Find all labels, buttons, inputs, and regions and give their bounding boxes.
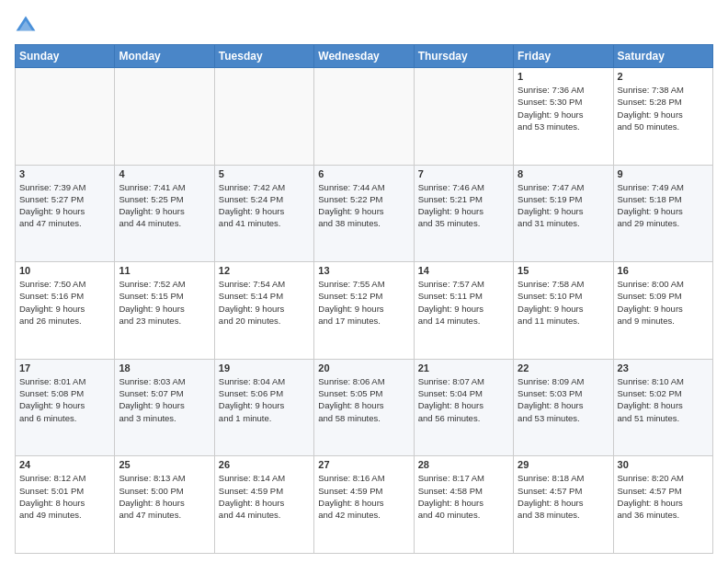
day-number: 29 (518, 459, 609, 470)
weekday-tuesday: Tuesday (214, 45, 313, 68)
day-cell: 2Sunrise: 7:38 AMSunset: 5:28 PMDaylight… (613, 68, 712, 166)
day-cell: 6Sunrise: 7:44 AMSunset: 5:22 PMDaylight… (314, 165, 414, 262)
day-cell: 20Sunrise: 8:06 AMSunset: 5:05 PMDayligh… (314, 359, 414, 456)
day-cell: 15Sunrise: 7:58 AMSunset: 5:10 PMDayligh… (514, 262, 613, 360)
day-number: 8 (518, 168, 609, 179)
week-row-2: 3Sunrise: 7:39 AMSunset: 5:27 PMDaylight… (16, 165, 713, 262)
day-number: 18 (119, 362, 210, 373)
day-cell (115, 68, 214, 166)
day-cell: 30Sunrise: 8:20 AMSunset: 4:57 PMDayligh… (613, 456, 712, 554)
weekday-header-row: SundayMondayTuesdayWednesdayThursdayFrid… (16, 45, 713, 68)
day-info: Sunrise: 8:01 AMSunset: 5:08 PMDaylight:… (19, 375, 110, 424)
day-cell: 16Sunrise: 8:00 AMSunset: 5:09 PMDayligh… (613, 262, 712, 360)
day-info: Sunrise: 8:00 AMSunset: 5:09 PMDaylight:… (618, 278, 709, 327)
day-info: Sunrise: 7:42 AMSunset: 5:24 PMDaylight:… (219, 181, 310, 230)
weekday-thursday: Thursday (414, 45, 513, 68)
day-info: Sunrise: 8:07 AMSunset: 5:04 PMDaylight:… (418, 375, 509, 424)
day-number: 6 (318, 168, 409, 179)
day-info: Sunrise: 8:20 AMSunset: 4:57 PMDaylight:… (618, 472, 709, 521)
logo-icon (15, 15, 37, 37)
day-cell: 1Sunrise: 7:36 AMSunset: 5:30 PMDaylight… (514, 68, 613, 166)
day-cell: 28Sunrise: 8:17 AMSunset: 4:58 PMDayligh… (414, 456, 513, 554)
day-number: 16 (618, 265, 709, 276)
day-info: Sunrise: 7:52 AMSunset: 5:15 PMDaylight:… (119, 278, 210, 327)
day-number: 25 (119, 459, 210, 470)
calendar-table: SundayMondayTuesdayWednesdayThursdayFrid… (15, 44, 713, 554)
day-number: 9 (618, 168, 709, 179)
weekday-sunday: Sunday (16, 45, 115, 68)
day-info: Sunrise: 7:41 AMSunset: 5:25 PMDaylight:… (119, 181, 210, 230)
day-number: 2 (618, 71, 709, 82)
day-number: 11 (119, 265, 210, 276)
day-number: 13 (318, 265, 409, 276)
day-number: 7 (418, 168, 509, 179)
day-cell: 21Sunrise: 8:07 AMSunset: 5:04 PMDayligh… (414, 359, 513, 456)
day-cell (214, 68, 313, 166)
day-cell: 24Sunrise: 8:12 AMSunset: 5:01 PMDayligh… (16, 456, 115, 554)
day-cell: 19Sunrise: 8:04 AMSunset: 5:06 PMDayligh… (214, 359, 313, 456)
day-cell: 9Sunrise: 7:49 AMSunset: 5:18 PMDaylight… (613, 165, 712, 262)
logo (15, 15, 40, 37)
day-info: Sunrise: 7:58 AMSunset: 5:10 PMDaylight:… (518, 278, 609, 327)
weekday-wednesday: Wednesday (314, 45, 414, 68)
day-number: 17 (19, 362, 110, 373)
day-number: 28 (418, 459, 509, 470)
day-number: 30 (618, 459, 709, 470)
day-number: 4 (119, 168, 210, 179)
day-number: 23 (618, 362, 709, 373)
day-cell: 22Sunrise: 8:09 AMSunset: 5:03 PMDayligh… (514, 359, 613, 456)
day-cell: 25Sunrise: 8:13 AMSunset: 5:00 PMDayligh… (115, 456, 214, 554)
day-cell: 5Sunrise: 7:42 AMSunset: 5:24 PMDaylight… (214, 165, 313, 262)
header (15, 15, 713, 37)
day-cell: 4Sunrise: 7:41 AMSunset: 5:25 PMDaylight… (115, 165, 214, 262)
day-info: Sunrise: 7:47 AMSunset: 5:19 PMDaylight:… (518, 181, 609, 230)
day-info: Sunrise: 7:46 AMSunset: 5:21 PMDaylight:… (418, 181, 509, 230)
day-number: 14 (418, 265, 509, 276)
day-cell: 10Sunrise: 7:50 AMSunset: 5:16 PMDayligh… (16, 262, 115, 360)
day-info: Sunrise: 7:49 AMSunset: 5:18 PMDaylight:… (618, 181, 709, 230)
day-info: Sunrise: 8:03 AMSunset: 5:07 PMDaylight:… (119, 375, 210, 424)
day-cell: 23Sunrise: 8:10 AMSunset: 5:02 PMDayligh… (613, 359, 712, 456)
day-info: Sunrise: 7:39 AMSunset: 5:27 PMDaylight:… (19, 181, 110, 230)
day-cell (16, 68, 115, 166)
day-number: 12 (219, 265, 310, 276)
day-info: Sunrise: 8:09 AMSunset: 5:03 PMDaylight:… (518, 375, 609, 424)
day-info: Sunrise: 7:50 AMSunset: 5:16 PMDaylight:… (19, 278, 110, 327)
day-number: 3 (19, 168, 110, 179)
day-number: 24 (19, 459, 110, 470)
day-info: Sunrise: 7:55 AMSunset: 5:12 PMDaylight:… (318, 278, 409, 327)
week-row-1: 1Sunrise: 7:36 AMSunset: 5:30 PMDaylight… (16, 68, 713, 166)
week-row-5: 24Sunrise: 8:12 AMSunset: 5:01 PMDayligh… (16, 456, 713, 554)
day-cell: 27Sunrise: 8:16 AMSunset: 4:59 PMDayligh… (314, 456, 414, 554)
day-info: Sunrise: 8:16 AMSunset: 4:59 PMDaylight:… (318, 472, 409, 521)
day-number: 20 (318, 362, 409, 373)
weekday-saturday: Saturday (613, 45, 712, 68)
day-info: Sunrise: 8:18 AMSunset: 4:57 PMDaylight:… (518, 472, 609, 521)
day-cell: 11Sunrise: 7:52 AMSunset: 5:15 PMDayligh… (115, 262, 214, 360)
day-cell: 8Sunrise: 7:47 AMSunset: 5:19 PMDaylight… (514, 165, 613, 262)
week-row-3: 10Sunrise: 7:50 AMSunset: 5:16 PMDayligh… (16, 262, 713, 360)
day-number: 21 (418, 362, 509, 373)
day-cell (314, 68, 414, 166)
day-number: 5 (219, 168, 310, 179)
day-info: Sunrise: 7:44 AMSunset: 5:22 PMDaylight:… (318, 181, 409, 230)
day-info: Sunrise: 7:57 AMSunset: 5:11 PMDaylight:… (418, 278, 509, 327)
week-row-4: 17Sunrise: 8:01 AMSunset: 5:08 PMDayligh… (16, 359, 713, 456)
day-number: 10 (19, 265, 110, 276)
weekday-friday: Friday (514, 45, 613, 68)
day-info: Sunrise: 7:38 AMSunset: 5:28 PMDaylight:… (618, 84, 709, 132)
day-info: Sunrise: 8:04 AMSunset: 5:06 PMDaylight:… (219, 375, 310, 424)
day-cell: 14Sunrise: 7:57 AMSunset: 5:11 PMDayligh… (414, 262, 513, 360)
day-number: 15 (518, 265, 609, 276)
day-info: Sunrise: 7:36 AMSunset: 5:30 PMDaylight:… (518, 84, 609, 132)
day-cell: 13Sunrise: 7:55 AMSunset: 5:12 PMDayligh… (314, 262, 414, 360)
day-cell: 18Sunrise: 8:03 AMSunset: 5:07 PMDayligh… (115, 359, 214, 456)
day-number: 19 (219, 362, 310, 373)
day-cell: 12Sunrise: 7:54 AMSunset: 5:14 PMDayligh… (214, 262, 313, 360)
day-cell (414, 68, 513, 166)
day-cell: 7Sunrise: 7:46 AMSunset: 5:21 PMDaylight… (414, 165, 513, 262)
day-cell: 29Sunrise: 8:18 AMSunset: 4:57 PMDayligh… (514, 456, 613, 554)
weekday-monday: Monday (115, 45, 214, 68)
day-info: Sunrise: 8:12 AMSunset: 5:01 PMDaylight:… (19, 472, 110, 521)
day-info: Sunrise: 8:13 AMSunset: 5:00 PMDaylight:… (119, 472, 210, 521)
